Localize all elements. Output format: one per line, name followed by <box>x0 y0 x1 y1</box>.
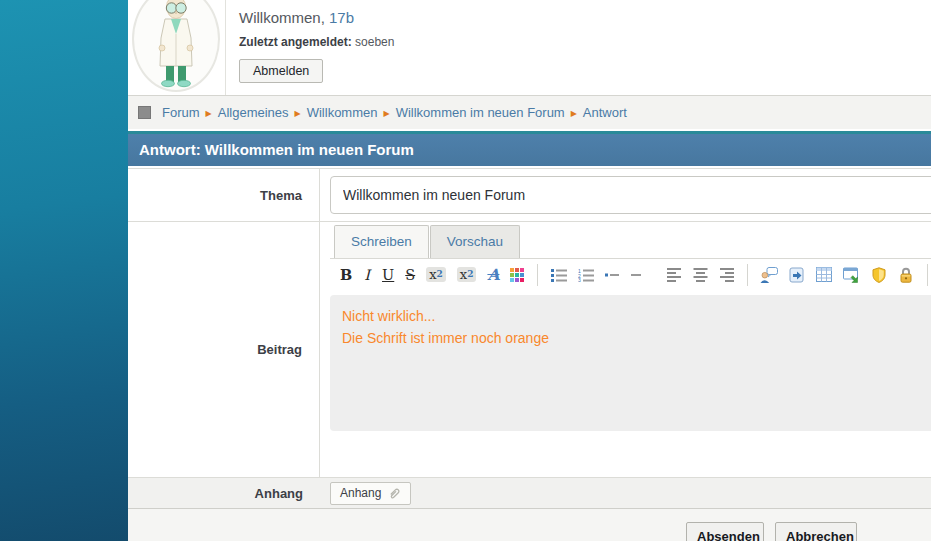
forum-page: Willkommen, 17b Zuletzt angemeldet: soeb… <box>128 0 931 541</box>
breadcrumb-item-antwort[interactable]: Antwort <box>583 105 627 120</box>
breadcrumb-arrow-icon: ▶ <box>384 108 390 118</box>
thema-input[interactable] <box>330 176 931 214</box>
popup-window-icon[interactable] <box>843 267 860 283</box>
bold-icon[interactable]: B <box>340 266 352 283</box>
shield-bbcode-icon[interactable] <box>871 267 887 283</box>
lock-icon[interactable] <box>898 267 914 283</box>
table-icon[interactable] <box>816 267 832 282</box>
tab-schreiben[interactable]: Schreiben <box>334 225 429 258</box>
toolbar-separator <box>537 264 538 286</box>
last-login-line: Zuletzt angemeldet: soeben <box>239 35 394 49</box>
editor-line: Nicht wirklich... <box>342 305 931 327</box>
superscript-icon[interactable]: x2 <box>457 267 477 282</box>
editor: Schreiben Vorschau B I U S x2 x2 A <box>320 222 931 477</box>
editor-toolbar: B I U S x2 x2 A <box>330 259 931 290</box>
strikethrough-icon[interactable]: S <box>405 267 415 283</box>
thema-label: Thema <box>128 169 320 221</box>
font-color-icon[interactable]: A <box>487 265 499 284</box>
breadcrumb-item-willkommen[interactable]: Willkommen <box>307 105 378 120</box>
align-left-icon[interactable] <box>667 267 682 282</box>
breadcrumb-item-allgemeines[interactable]: Allgemeines <box>218 105 289 120</box>
list-item-icon[interactable] <box>605 268 619 282</box>
breadcrumb-item-forum[interactable]: Forum <box>162 105 200 120</box>
thema-field-col <box>320 169 931 221</box>
username-link[interactable]: 17b <box>329 9 354 26</box>
cancel-button[interactable]: Abbrechen <box>775 522 857 541</box>
user-panel: Willkommen, 17b Zuletzt angemeldet: soeb… <box>128 0 931 96</box>
message-editor[interactable]: Nicht wirklich... Die Schrift ist immer … <box>330 295 931 431</box>
anhang-row: Anhang Anhang <box>128 478 931 509</box>
superscript-digit: 2 <box>467 270 473 279</box>
bullet-list-icon[interactable] <box>551 268 567 282</box>
welcome-line: Willkommen, 17b <box>239 0 394 26</box>
subscript-base: x <box>429 268 436 281</box>
form-footer: Absenden Abbrechen <box>128 509 931 541</box>
attachment-button-label: Anhang <box>340 486 381 500</box>
beitrag-label: Beitrag <box>128 222 320 477</box>
anhang-field-col: Anhang <box>320 478 931 508</box>
toolbar-separator <box>927 264 928 286</box>
breadcrumb-arrow-icon: ▶ <box>571 108 577 118</box>
tab-vorschau[interactable]: Vorschau <box>430 225 520 258</box>
editor-tabs: Schreiben Vorschau <box>330 225 931 259</box>
logout-button[interactable]: Abmelden <box>239 59 323 83</box>
paperclip-icon <box>387 486 401 500</box>
toolbar-separator <box>747 264 748 286</box>
horizontal-rule-icon[interactable] <box>630 268 642 282</box>
breadcrumb: Forum ▶ Allgemeines ▶ Willkommen ▶ Willk… <box>128 96 931 129</box>
breadcrumb-item-thread[interactable]: Willkommen im neuen Forum <box>396 105 565 120</box>
subscript-icon[interactable]: x2 <box>426 267 446 282</box>
thema-row: Thema <box>128 168 931 222</box>
align-center-icon[interactable] <box>693 267 708 282</box>
page-title: Antwort: Willkommen im neuen Forum <box>128 131 931 166</box>
forum-home-icon[interactable] <box>138 106 151 119</box>
color-palette-icon[interactable] <box>510 268 524 282</box>
avatar[interactable] <box>132 0 220 92</box>
italic-icon[interactable]: I <box>363 267 371 283</box>
user-info: Willkommen, 17b Zuletzt angemeldet: soeb… <box>226 0 394 95</box>
breadcrumb-arrow-icon: ▶ <box>206 108 212 118</box>
last-login-label: Zuletzt angemeldet: <box>239 35 352 49</box>
breadcrumb-arrow-icon: ▶ <box>295 108 301 118</box>
numbered-list-icon[interactable]: 1 2 3 <box>578 268 594 282</box>
subscript-digit: 2 <box>437 270 443 279</box>
superscript-base: x <box>460 268 467 281</box>
attachment-button[interactable]: Anhang <box>330 482 411 505</box>
submit-button[interactable]: Absenden <box>686 522 764 541</box>
beitrag-row: Beitrag Schreiben Vorschau B I U S x2 x2… <box>128 222 931 478</box>
underline-icon[interactable]: U <box>382 267 394 283</box>
last-login-value: soeben <box>355 35 394 49</box>
professor-cartoon-icon <box>134 0 218 90</box>
avatar-column <box>128 0 226 95</box>
editor-line: Die Schrift ist immer noch orange <box>342 327 931 349</box>
align-right-icon[interactable] <box>719 267 734 282</box>
code-icon[interactable] <box>789 267 805 283</box>
quote-user-icon[interactable] <box>760 267 778 283</box>
svg-text:3: 3 <box>578 277 581 282</box>
welcome-text: Willkommen, <box>239 9 325 26</box>
anhang-label: Anhang <box>128 478 320 508</box>
